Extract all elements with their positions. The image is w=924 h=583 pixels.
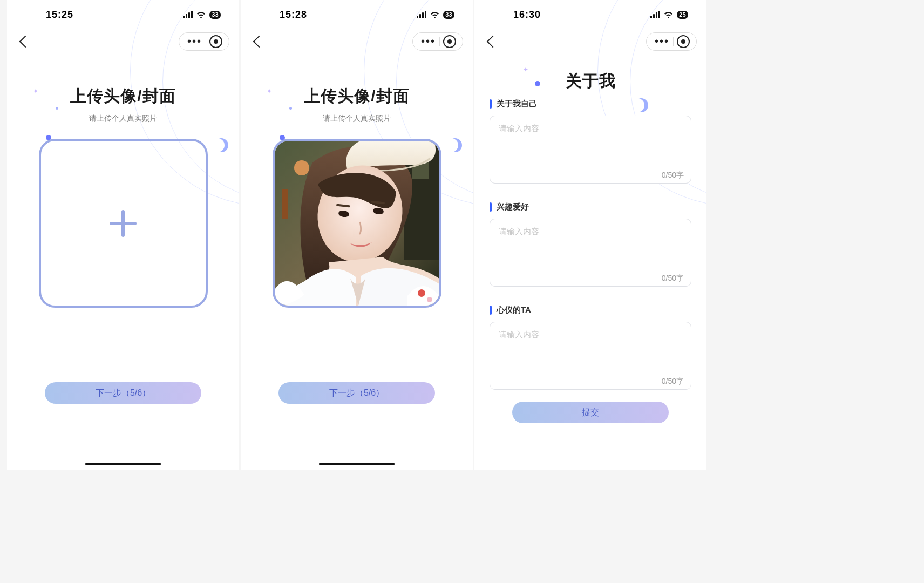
screen-upload-filled: 15:28 33 ••• ✦ 上传头像/封面 请上传个人真实照片 bbox=[241, 0, 473, 470]
miniprogram-capsule: ••• bbox=[412, 32, 463, 51]
more-icon[interactable]: ••• bbox=[182, 41, 206, 42]
char-counter: 0/50字 bbox=[662, 377, 684, 387]
section-hobbies: 兴趣爱好 0/50字 bbox=[490, 202, 691, 289]
wifi-icon bbox=[430, 11, 439, 18]
screen-upload-empty: 15:25 33 ••• ✦ 上传头像/封面 请上传个人真实照片 bbox=[7, 0, 239, 470]
status-bar: 15:28 33 bbox=[241, 0, 473, 29]
section-bar bbox=[490, 202, 492, 212]
battery-badge: 33 bbox=[209, 11, 221, 19]
svg-point-11 bbox=[427, 297, 432, 302]
moon-icon bbox=[448, 138, 462, 152]
status-time: 15:28 bbox=[280, 9, 307, 21]
moon-icon bbox=[214, 138, 228, 152]
moon-icon bbox=[634, 98, 648, 112]
battery-badge: 33 bbox=[443, 11, 454, 19]
wifi-icon bbox=[196, 11, 206, 18]
upload-box[interactable] bbox=[39, 139, 208, 308]
screen-about-form: 16:30 25 ••• ✦ 关于我 bbox=[474, 0, 706, 470]
section-ideal-partner: 心仪的TA 0/50字 bbox=[490, 305, 691, 392]
signal-icon bbox=[417, 11, 427, 18]
status-icons: 25 bbox=[650, 11, 688, 19]
page-title: 上传头像/封面 bbox=[33, 85, 213, 107]
signal-icon bbox=[183, 11, 193, 18]
page-title: 关于我 bbox=[500, 70, 681, 92]
home-indicator bbox=[85, 463, 161, 465]
char-counter: 0/50字 bbox=[662, 274, 684, 283]
section-bar bbox=[490, 306, 492, 315]
status-icons: 33 bbox=[417, 11, 454, 19]
next-button[interactable]: 下一步（5/6） bbox=[278, 382, 435, 404]
about-form: 关于我自己 0/50字 兴趣爱好 0/50字 bbox=[474, 99, 706, 423]
signal-icon bbox=[650, 11, 661, 18]
section-title: 兴趣爱好 bbox=[497, 202, 529, 212]
next-button[interactable]: 下一步（5/6） bbox=[45, 382, 201, 404]
more-icon[interactable]: ••• bbox=[416, 41, 439, 42]
page-subtitle: 请上传个人真实照片 bbox=[33, 114, 213, 124]
close-icon[interactable] bbox=[677, 35, 690, 48]
section-bar bbox=[490, 99, 492, 109]
uploaded-photo bbox=[275, 141, 439, 306]
section-title: 心仪的TA bbox=[497, 305, 531, 315]
svg-rect-2 bbox=[282, 189, 288, 219]
svg-point-1 bbox=[294, 160, 309, 175]
upload-box[interactable] bbox=[273, 139, 441, 308]
back-icon[interactable] bbox=[253, 36, 266, 48]
battery-badge: 25 bbox=[677, 11, 688, 19]
close-icon[interactable] bbox=[209, 35, 222, 48]
status-bar: 16:30 25 bbox=[474, 0, 706, 29]
wifi-icon bbox=[664, 11, 673, 18]
miniprogram-capsule: ••• bbox=[179, 32, 229, 51]
nav-bar: ••• bbox=[7, 29, 239, 54]
page-title: 上传头像/封面 bbox=[267, 85, 447, 107]
section-about-self: 关于我自己 0/50字 bbox=[490, 99, 691, 186]
status-icons: 33 bbox=[183, 11, 221, 19]
section-title: 关于我自己 bbox=[497, 99, 537, 109]
char-counter: 0/50字 bbox=[662, 171, 684, 180]
page-subtitle: 请上传个人真实照片 bbox=[267, 114, 447, 124]
nav-bar: ••• bbox=[474, 29, 706, 54]
plus-icon bbox=[110, 210, 137, 237]
status-time: 15:25 bbox=[46, 9, 73, 21]
miniprogram-capsule: ••• bbox=[646, 32, 697, 51]
submit-button[interactable]: 提交 bbox=[512, 402, 669, 423]
status-time: 16:30 bbox=[513, 9, 541, 21]
close-icon[interactable] bbox=[443, 35, 456, 48]
nav-bar: ••• bbox=[241, 29, 473, 54]
home-indicator bbox=[319, 463, 395, 465]
status-bar: 15:25 33 bbox=[7, 0, 239, 29]
svg-point-10 bbox=[418, 289, 425, 297]
more-icon[interactable]: ••• bbox=[650, 41, 673, 42]
back-icon[interactable] bbox=[487, 36, 499, 48]
back-icon[interactable] bbox=[19, 36, 32, 48]
